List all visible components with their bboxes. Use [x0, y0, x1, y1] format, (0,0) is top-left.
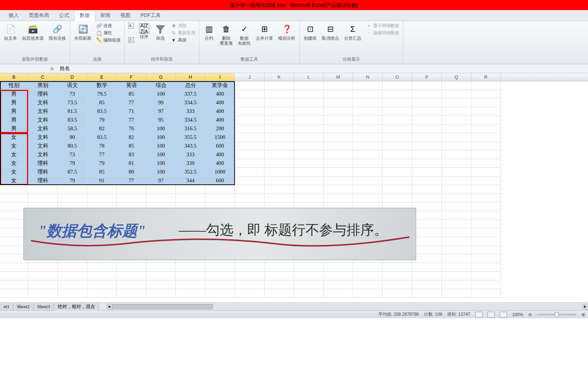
- cell[interactable]: [442, 107, 471, 116]
- cell[interactable]: [235, 107, 264, 116]
- cell[interactable]: 100: [146, 90, 176, 98]
- cell[interactable]: 90: [58, 133, 87, 142]
- cell[interactable]: [442, 228, 471, 237]
- cell[interactable]: [412, 211, 442, 220]
- from-other-sources-button[interactable]: 🗃️自其他来源: [20, 22, 45, 42]
- cell[interactable]: 男: [0, 98, 28, 107]
- clear-filter-button[interactable]: ✖清除: [169, 22, 197, 29]
- cell[interactable]: [442, 289, 471, 298]
- cell[interactable]: 352.5: [176, 168, 205, 176]
- cell[interactable]: [412, 185, 442, 194]
- table-row[interactable]: [0, 185, 588, 194]
- cell[interactable]: [28, 289, 58, 298]
- cell[interactable]: [294, 81, 324, 90]
- cell[interactable]: [264, 142, 294, 150]
- cell[interactable]: [353, 107, 383, 116]
- cell[interactable]: [412, 202, 442, 211]
- cell[interactable]: [412, 142, 442, 150]
- cell[interactable]: 文科: [28, 142, 58, 150]
- cell[interactable]: [146, 194, 176, 202]
- cell[interactable]: 73: [58, 150, 87, 159]
- cell[interactable]: 97: [146, 107, 176, 116]
- cell[interactable]: [383, 116, 412, 124]
- cell[interactable]: [324, 176, 353, 185]
- cell[interactable]: [353, 159, 383, 168]
- zoom-out-button[interactable]: ⊖: [528, 312, 532, 317]
- cell[interactable]: [471, 81, 501, 90]
- cell[interactable]: [264, 159, 294, 168]
- cell[interactable]: [383, 159, 412, 168]
- cell[interactable]: [442, 211, 471, 220]
- table-row[interactable]: 女理科79917797344600: [0, 176, 588, 185]
- tab-review[interactable]: 审阅: [95, 10, 115, 21]
- cell[interactable]: [235, 289, 264, 298]
- cell[interactable]: [353, 90, 383, 98]
- cell[interactable]: [324, 159, 353, 168]
- cell[interactable]: [264, 194, 294, 202]
- col-header-B[interactable]: B: [0, 73, 28, 81]
- cell[interactable]: [383, 194, 412, 202]
- cell[interactable]: 79: [87, 159, 117, 168]
- cell[interactable]: [353, 124, 383, 133]
- cell[interactable]: [353, 289, 383, 298]
- cell[interactable]: [264, 263, 294, 272]
- cell[interactable]: [383, 81, 412, 90]
- cell[interactable]: [412, 246, 442, 254]
- cell[interactable]: 316.5: [176, 124, 205, 133]
- cell[interactable]: 奖学金: [205, 81, 235, 90]
- cell[interactable]: [0, 263, 28, 272]
- cell[interactable]: [353, 176, 383, 185]
- cell[interactable]: 79: [58, 159, 87, 168]
- tab-pdf-tools[interactable]: PDF工具: [135, 10, 166, 21]
- cell[interactable]: 79: [58, 176, 87, 185]
- cell[interactable]: 女: [0, 150, 28, 159]
- cell[interactable]: [0, 194, 28, 202]
- col-header-F[interactable]: F: [117, 73, 146, 81]
- cell[interactable]: [264, 176, 294, 185]
- cell[interactable]: 77: [117, 98, 146, 107]
- table-row[interactable]: 女文科80.57885100343.5600: [0, 142, 588, 150]
- cell[interactable]: [383, 90, 412, 98]
- sheet-tab-2[interactable]: Sheet2: [13, 303, 34, 310]
- cell[interactable]: [442, 168, 471, 176]
- cell[interactable]: 355.5: [176, 133, 205, 142]
- cell[interactable]: [471, 176, 501, 185]
- cell[interactable]: [383, 150, 412, 159]
- cell[interactable]: [235, 133, 264, 142]
- cell[interactable]: [442, 185, 471, 194]
- cell[interactable]: [324, 107, 353, 116]
- cell[interactable]: [471, 272, 501, 280]
- cell[interactable]: [324, 81, 353, 90]
- cell[interactable]: [176, 289, 205, 298]
- table-row[interactable]: 性别类别语文数学英语综合总分奖学金: [0, 81, 588, 90]
- cell[interactable]: 女: [0, 168, 28, 176]
- cell[interactable]: [412, 220, 442, 228]
- cell[interactable]: [235, 142, 264, 150]
- cell[interactable]: [353, 263, 383, 272]
- cell[interactable]: [294, 98, 324, 107]
- cell[interactable]: [353, 150, 383, 159]
- cell[interactable]: [442, 98, 471, 107]
- table-row[interactable]: [0, 272, 588, 280]
- table-row[interactable]: [0, 289, 588, 298]
- cell[interactable]: 83.5: [58, 116, 87, 124]
- filter-button[interactable]: 筛选: [153, 22, 168, 42]
- cell[interactable]: 339: [176, 159, 205, 168]
- cell[interactable]: [442, 176, 471, 185]
- cell[interactable]: 79: [87, 116, 117, 124]
- cell[interactable]: 343.5: [176, 142, 205, 150]
- cell[interactable]: [146, 263, 176, 272]
- cell[interactable]: [176, 185, 205, 194]
- tab-formulas[interactable]: 公式: [54, 10, 74, 21]
- cell[interactable]: [442, 194, 471, 202]
- fx-icon[interactable]: fx: [47, 66, 58, 71]
- cell[interactable]: [353, 194, 383, 202]
- cell[interactable]: [28, 272, 58, 280]
- cell[interactable]: [442, 220, 471, 228]
- col-header-Q[interactable]: Q: [442, 73, 471, 81]
- cell[interactable]: [353, 81, 383, 90]
- tab-insert[interactable]: 插入: [4, 10, 24, 21]
- cell[interactable]: [442, 142, 471, 150]
- cell[interactable]: [471, 246, 501, 254]
- cell[interactable]: [442, 272, 471, 280]
